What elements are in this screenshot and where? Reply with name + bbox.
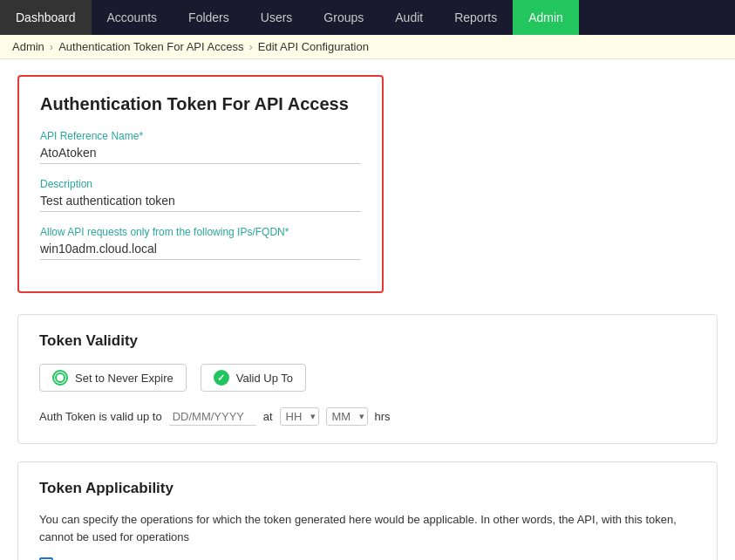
token-validity-section: Token Validity Set to Never Expire Valid… <box>17 314 718 444</box>
nav-folders[interactable]: Folders <box>173 0 245 35</box>
nav-users[interactable]: Users <box>245 0 309 35</box>
auth-card-title: Authentication Token For API Access <box>40 94 361 114</box>
token-validity-title: Token Validity <box>39 332 696 350</box>
validity-prefix: Auth Token is valid up to <box>39 410 162 423</box>
token-applicability-title: Token Applicability <box>39 480 696 497</box>
validity-mm-select[interactable]: MM 00153045 <box>326 407 368 426</box>
radio-never-expire-label: Set to Never Expire <box>75 372 174 385</box>
validity-suffix: hrs <box>375 410 391 423</box>
validity-hh-select[interactable]: HH 0001020304 0506070809 1011121314 1516… <box>280 407 319 426</box>
validity-mm-wrapper: MM 00153045 <box>326 407 368 426</box>
field-api-ref-value[interactable]: AtoAtoken <box>40 146 361 164</box>
field-description: Description Test authentication token <box>40 178 361 212</box>
token-applicability-section: Token Applicability You can specify the … <box>17 461 718 560</box>
radio-never-expire-icon <box>52 370 68 386</box>
radio-group: Set to Never Expire Valid Up To <box>39 364 696 392</box>
field-description-label: Description <box>40 178 361 190</box>
validity-hh-wrapper: HH 0001020304 0506070809 1011121314 1516… <box>280 407 319 426</box>
field-ip-fqdn: Allow API requests only from the followi… <box>40 226 361 260</box>
token-applicability-description: You can specify the operations for which… <box>39 511 696 545</box>
field-api-ref-label: API Reference Name* <box>40 130 361 142</box>
breadcrumb-edit[interactable]: Edit API Configuration <box>258 40 369 53</box>
nav-groups[interactable]: Groups <box>308 0 379 35</box>
breadcrumb-sep1: › <box>50 40 53 53</box>
field-ip-fqdn-value[interactable]: win10adm.cloud.local <box>40 242 361 260</box>
radio-never-expire[interactable]: Set to Never Expire <box>39 364 187 392</box>
breadcrumb-sep2: › <box>248 40 252 53</box>
validity-at-label: at <box>263 410 273 423</box>
radio-valid-up-to-icon <box>214 370 229 386</box>
field-api-ref: API Reference Name* AtoAtoken <box>40 130 361 164</box>
radio-valid-up-to[interactable]: Valid Up To <box>201 364 306 392</box>
main-content: Authentication Token For API Access API … <box>0 59 735 560</box>
nav-audit[interactable]: Audit <box>379 0 439 35</box>
navbar: Dashboard Accounts Folders Users Groups … <box>0 0 735 35</box>
radio-valid-up-to-label: Valid Up To <box>236 372 293 385</box>
validity-row: Auth Token is valid up to at HH 00010203… <box>39 407 696 426</box>
validity-date-input[interactable] <box>169 408 256 426</box>
nav-reports[interactable]: Reports <box>439 0 513 35</box>
breadcrumb: Admin › Authentication Token For API Acc… <box>0 35 735 59</box>
field-ip-fqdn-label: Allow API requests only from the followi… <box>40 226 361 238</box>
nav-admin[interactable]: Admin <box>513 0 579 35</box>
nav-dashboard[interactable]: Dashboard <box>0 0 92 35</box>
nav-accounts[interactable]: Accounts <box>92 0 174 35</box>
breadcrumb-auth[interactable]: Authentication Token For API Access <box>58 40 243 53</box>
breadcrumb-admin[interactable]: Admin <box>12 40 44 53</box>
field-description-value[interactable]: Test authentication token <box>40 194 361 212</box>
auth-card: Authentication Token For API Access API … <box>17 75 384 293</box>
